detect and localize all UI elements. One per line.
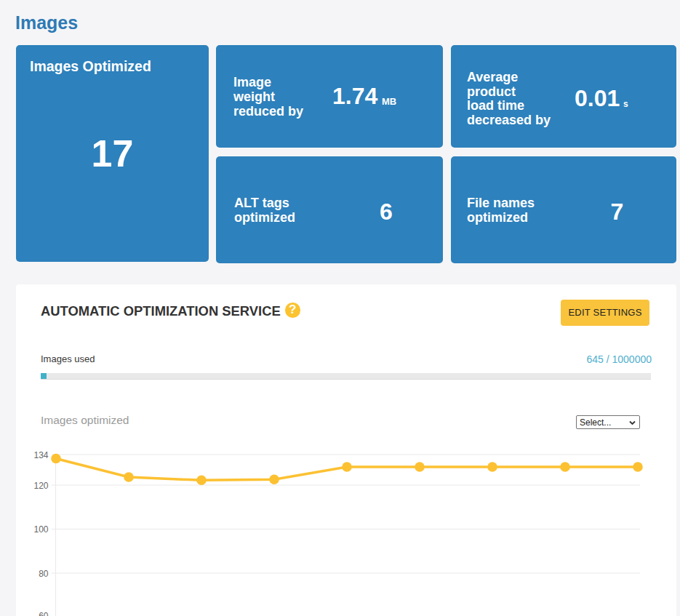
svg-text:60: 60 bbox=[39, 611, 49, 616]
svg-text:80: 80 bbox=[39, 569, 49, 579]
svg-text:134: 134 bbox=[33, 450, 48, 460]
svg-text:120: 120 bbox=[33, 481, 48, 491]
svg-text:100: 100 bbox=[33, 524, 48, 535]
